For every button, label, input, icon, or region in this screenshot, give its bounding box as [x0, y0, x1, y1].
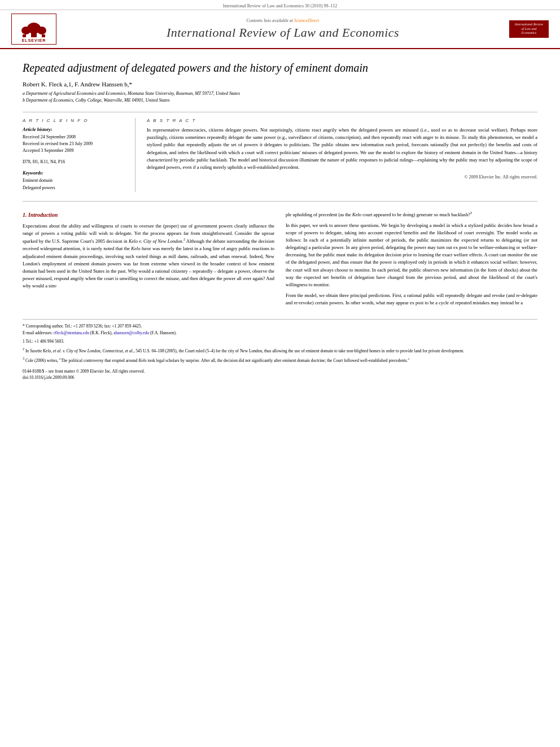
intro-para-1: Expectations about the ability and willi…: [23, 222, 274, 290]
footnotes-section: * Corresponding author. Tel.: +1 207 859…: [23, 319, 537, 381]
revised-date: Received in revised form 23 July 2009: [23, 141, 128, 147]
body-col-right: ple upholding of precedent (as the Kelo …: [286, 211, 537, 311]
keywords-list: Eminent domain Delegated powers: [23, 177, 128, 192]
footnote-2: 2 In Susette Kelo, et al. v. City of New…: [23, 347, 537, 354]
email-label: E-mail addresses:: [23, 330, 53, 335]
intro-para-3: From the model, we obtain three principa…: [286, 292, 537, 307]
elsevier-wordmark: ELSEVIER: [14, 38, 54, 42]
received-date: Received 24 September 2008: [23, 134, 128, 141]
svg-rect-5: [42, 34, 45, 37]
email1-name: (R.K. Fleck),: [89, 330, 112, 335]
svg-point-3: [37, 27, 46, 34]
info-abstract-section: A R T I C L E I N F O Article history: R…: [23, 112, 537, 192]
article-title: Repeated adjustment of delegated powers …: [23, 60, 537, 75]
section-1-heading: 1. Introduction: [23, 211, 274, 220]
copyright-line: © 2009 Elsevier Inc. All rights reserved…: [147, 174, 537, 180]
authors-line: Robert K. Fleck a,1, F. Andrew Hanssen b…: [23, 81, 537, 88]
main-content: Repeated adjustment of delegated powers …: [0, 49, 560, 392]
keywords-label: Keywords:: [23, 170, 128, 176]
intro-para-2: In this paper, we seek to answer these q…: [286, 222, 537, 289]
svg-point-2: [21, 27, 30, 34]
journal-banner: ELSEVIER Contents lists available at Sci…: [0, 10, 560, 49]
journal-title: International Review of Law and Economic…: [68, 25, 498, 40]
jel-codes: D78, H1, K11, N4, P16: [23, 159, 128, 165]
journal-logo-box: International Reviewof Law andEconomics: [509, 20, 549, 38]
accepted-date: Accepted 3 September 2009: [23, 147, 128, 154]
abstract-paragraph: In representative democracies, citizens …: [147, 126, 537, 171]
elsevier-logo-box: ELSEVIER: [11, 14, 56, 45]
affiliation-b: b Department of Economics, Colby College…: [23, 98, 537, 103]
abstract-col: A B S T R A C T In representative democr…: [147, 118, 537, 192]
journal-logo-right: International Reviewof Law andEconomics: [509, 20, 549, 38]
doi-link[interactable]: doi:10.1016/j.irle.2009.09.006: [23, 375, 74, 380]
article-info-label: A R T I C L E I N F O: [23, 118, 128, 123]
authors-text: Robert K. Fleck a,1, F. Andrew Hanssen b…: [23, 81, 132, 88]
footnote-1: 1 Tel.: +1 406 994 5603.: [23, 338, 537, 344]
footnote-star-text: * Corresponding author. Tel.: +1 207 859…: [23, 324, 142, 329]
history-label: Article history:: [23, 126, 128, 132]
email2-link[interactable]: ahanssen@colby.edu: [113, 330, 149, 335]
intro-para-1-cont: ple upholding of precedent (as the Kelo …: [286, 211, 537, 219]
body-col-left: 1. Introduction Expectations about the a…: [23, 211, 274, 311]
footnote-3: 3 Cole (2006) writes, "The political con…: [23, 356, 537, 364]
elsevier-tree-icon: [17, 16, 51, 38]
email2-name: (F.A. Hanssen).: [149, 330, 177, 335]
affiliation-a: a Department of Agricultural Economics a…: [23, 91, 537, 96]
body-columns: 1. Introduction Expectations about the a…: [23, 211, 537, 311]
footnote-star: * Corresponding author. Tel.: +1 207 859…: [23, 323, 537, 336]
journal-title-center: Contents lists available at ScienceDirec…: [68, 18, 498, 40]
keyword-1: Eminent domain: [23, 177, 128, 185]
elsevier-logo: ELSEVIER: [11, 14, 56, 45]
article-info-col: A R T I C L E I N F O Article history: R…: [23, 118, 135, 192]
svg-rect-4: [23, 34, 26, 37]
keyword-2: Delegated powers: [23, 185, 128, 192]
contents-line: Contents lists available at ScienceDirec…: [68, 18, 498, 23]
section-divider: [23, 201, 537, 202]
doi-text: 0144-8188/$ – see front matter © 2009 El…: [23, 369, 145, 374]
abstract-label: A B S T R A C T: [147, 118, 537, 123]
journal-reference-top: International Review of Law and Economic…: [0, 0, 560, 10]
abstract-text: In representative democracies, citizens …: [147, 126, 537, 171]
journal-logo-text: International Reviewof Law andEconomics: [511, 23, 546, 36]
journal-ref-text: International Review of Law and Economic…: [223, 3, 337, 8]
doi-line: 0144-8188/$ – see front matter © 2009 El…: [23, 368, 537, 381]
email1-link[interactable]: rfleck@montana.edu: [54, 330, 89, 335]
sciencedirect-link[interactable]: ScienceDirect: [294, 18, 320, 23]
contents-text: Contents lists available at: [247, 18, 293, 23]
